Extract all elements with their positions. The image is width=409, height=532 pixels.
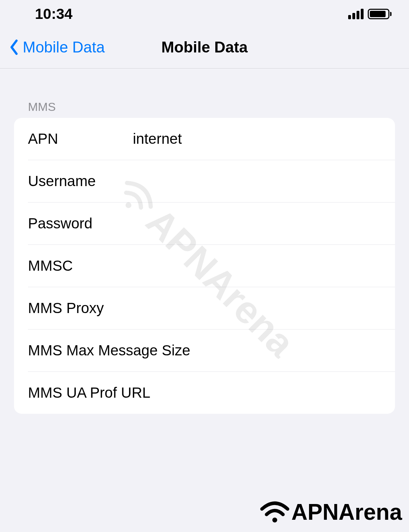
mms-proxy-row[interactable]: MMS Proxy <box>14 287 395 329</box>
password-input[interactable] <box>133 215 381 232</box>
mms-max-size-label: MMS Max Message Size <box>28 342 381 359</box>
mmsc-label: MMSC <box>28 257 133 274</box>
section-header-mms: MMS <box>0 69 409 118</box>
navigation-bar: Mobile Data Mobile Data <box>0 28 409 69</box>
mmsc-row[interactable]: MMSC <box>14 245 395 287</box>
mms-ua-prof-row[interactable]: MMS UA Prof URL <box>14 372 395 414</box>
mms-max-size-row[interactable]: MMS Max Message Size <box>14 329 395 371</box>
password-row[interactable]: Password <box>14 203 395 244</box>
apn-label: APN <box>28 130 133 147</box>
mms-settings-card: APN Username Password MMSC MMS Proxy MMS… <box>14 118 395 414</box>
status-time: 10:34 <box>35 6 72 22</box>
mms-proxy-label: MMS Proxy <box>28 300 133 317</box>
svg-point-1 <box>272 518 277 523</box>
status-bar: 10:34 <box>0 0 409 28</box>
status-indicators <box>348 9 392 19</box>
back-button[interactable]: Mobile Data <box>9 38 105 56</box>
apn-row[interactable]: APN <box>14 118 395 160</box>
wifi-icon <box>259 500 290 524</box>
mmsc-input[interactable] <box>133 257 381 274</box>
username-input[interactable] <box>133 173 381 190</box>
mms-ua-prof-label: MMS UA Prof URL <box>28 384 381 401</box>
footer-brand: APNArena <box>259 499 402 525</box>
mms-proxy-input[interactable] <box>133 300 381 317</box>
username-row[interactable]: Username <box>14 160 395 202</box>
cellular-signal-icon <box>348 9 364 19</box>
page-title: Mobile Data <box>162 38 248 56</box>
username-label: Username <box>28 173 133 190</box>
battery-icon <box>368 9 392 19</box>
back-label: Mobile Data <box>23 38 105 56</box>
chevron-left-icon <box>9 40 20 55</box>
footer-brand-text: APNArena <box>291 499 402 525</box>
apn-input[interactable] <box>133 130 381 147</box>
password-label: Password <box>28 215 133 232</box>
